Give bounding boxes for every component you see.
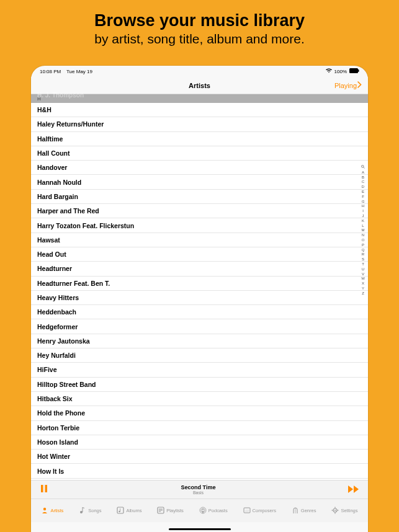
status-date: Tue May 19 [66, 69, 92, 74]
index-letter[interactable]: E [362, 190, 364, 193]
index-letter[interactable]: O [362, 238, 365, 242]
list-item[interactable]: Hold the Phone [31, 406, 368, 420]
artist-name: Harper and The Red [37, 207, 99, 215]
index-letter[interactable]: Y [362, 286, 364, 290]
tab-podcasts[interactable]: Podcasts [199, 507, 228, 515]
composers-icon: ♩♩♩ [243, 507, 251, 515]
list-item[interactable]: Hall Count [31, 146, 368, 161]
tab-albums[interactable]: Albums [117, 507, 141, 515]
artist-list[interactable]: H&H Haley Returns/Hunter Halftime Hall C… [31, 103, 368, 480]
playlists-icon [157, 507, 164, 515]
index-letter[interactable]: H [362, 204, 364, 208]
artist-name: How It Is [37, 468, 64, 475]
list-item[interactable]: Hoson Island [31, 435, 368, 450]
list-item[interactable]: Harry Tozaton Feat. Flickerstun [31, 218, 368, 233]
list-item[interactable]: Hard Bargain [31, 190, 368, 204]
index-letter[interactable]: J [362, 214, 364, 218]
list-item[interactable]: Hannah Nould [31, 175, 368, 189]
artist-name: Hawsat [37, 236, 60, 244]
svg-rect-8 [83, 507, 83, 512]
list-item[interactable]: Henry Jautonska [31, 334, 368, 348]
svg-point-18 [202, 509, 204, 510]
index-letter[interactable]: Q [362, 248, 365, 252]
artist-name: Hedgeformer [37, 323, 78, 330]
index-letter[interactable]: D [362, 185, 364, 188]
tab-songs[interactable]: Songs [79, 507, 101, 515]
artist-name: Headturner [37, 265, 72, 272]
list-item[interactable]: Halftime [31, 132, 368, 146]
now-playing-artist: Basis [48, 490, 348, 495]
artists-icon [41, 507, 48, 515]
svg-rect-1 [358, 69, 359, 72]
tab-label: Settings [341, 508, 357, 513]
list-item[interactable]: HiFive [31, 363, 368, 377]
index-letter[interactable]: F [362, 195, 364, 198]
artist-name: Hitback Six [37, 395, 73, 402]
promo-subtitle: by artist, song title, album and more. [0, 32, 399, 47]
nav-title: Artists [189, 82, 210, 89]
index-search-icon[interactable] [361, 165, 365, 169]
list-item[interactable]: H&H [31, 103, 368, 117]
home-indicator[interactable] [169, 528, 231, 530]
artist-name: Headturner Feat. Ben T. [37, 280, 110, 287]
now-playing-info[interactable]: Second Time Basis [48, 484, 348, 495]
list-item[interactable]: Head Out [31, 247, 368, 262]
albums-icon [117, 507, 124, 515]
now-playing-bar[interactable]: Second Time Basis [31, 480, 368, 499]
tab-label: Songs [88, 508, 101, 513]
artist-name: Hot Winter [37, 453, 70, 460]
index-letter[interactable]: M [362, 228, 365, 232]
tab-composers[interactable]: ♩♩♩ Composers [243, 507, 276, 515]
pause-button[interactable] [40, 484, 48, 495]
index-letter[interactable]: Z [362, 291, 364, 295]
artist-name: Heddenbach [37, 308, 76, 316]
tab-label: Albums [126, 508, 141, 513]
artist-name: Head Out [37, 250, 66, 258]
svg-point-2 [362, 166, 364, 168]
tab-playlists[interactable]: Playlists [157, 507, 184, 515]
index-letter[interactable]: T [362, 262, 364, 266]
index-letter[interactable]: V [362, 272, 364, 276]
tab-bar: Artists Songs Albums Playlists Podcasts … [31, 499, 368, 522]
status-left: 10:08 PM Tue May 19 [40, 69, 92, 74]
index-letter[interactable]: R [362, 252, 364, 256]
now-playing-link[interactable]: Playing [334, 81, 362, 89]
index-letter[interactable]: B [362, 175, 364, 179]
tab-settings[interactable]: Settings [331, 507, 357, 515]
index-letter[interactable]: S [362, 257, 364, 261]
list-item[interactable]: Hot Winter [31, 450, 368, 464]
index-letter[interactable]: U [362, 267, 364, 271]
alphabet-index[interactable]: A B C D E F G H I J K L M N O P Q R S T … [360, 165, 366, 295]
index-letter[interactable]: A [362, 171, 364, 174]
list-item[interactable]: Hitback Six [31, 392, 368, 406]
list-item[interactable]: Handover [31, 161, 368, 175]
list-item[interactable]: Hilltop Street Band [31, 378, 368, 392]
index-letter[interactable]: L [362, 224, 364, 228]
index-letter[interactable]: W [361, 277, 365, 280]
list-item[interactable]: Hawsat [31, 233, 368, 247]
list-item[interactable]: Headturner Feat. Ben T. [31, 277, 368, 291]
list-item[interactable]: How It Is [31, 464, 368, 478]
list-item[interactable]: Hey Nurfaldi [31, 348, 368, 363]
next-track-button[interactable] [348, 484, 359, 495]
list-item[interactable]: Horton Terbie [31, 421, 368, 435]
list-item[interactable]: Headturner [31, 262, 368, 276]
artist-name: Hilltop Street Band [37, 381, 96, 388]
tab-artists[interactable]: Artists [41, 507, 63, 515]
index-letter[interactable]: K [362, 219, 364, 223]
svg-rect-0 [349, 68, 358, 73]
list-item[interactable]: Haley Returns/Hunter [31, 117, 368, 131]
tab-genres[interactable]: Genres [292, 507, 316, 515]
index-letter[interactable]: N [362, 233, 364, 237]
artist-name: Henry Jautonska [37, 337, 90, 345]
index-letter[interactable]: P [362, 243, 364, 247]
artist-name: Heavy Hitters [37, 294, 79, 301]
list-item[interactable]: Heddenbach [31, 305, 368, 319]
list-item[interactable]: Hedgeformer [31, 319, 368, 334]
list-item[interactable]: Harper and The Red [31, 204, 368, 218]
index-letter[interactable]: C [362, 180, 364, 184]
list-item[interactable]: Heavy Hitters [31, 291, 368, 305]
index-letter[interactable]: G [362, 200, 365, 203]
index-letter[interactable]: I [362, 209, 364, 213]
index-letter[interactable]: X [362, 282, 364, 285]
